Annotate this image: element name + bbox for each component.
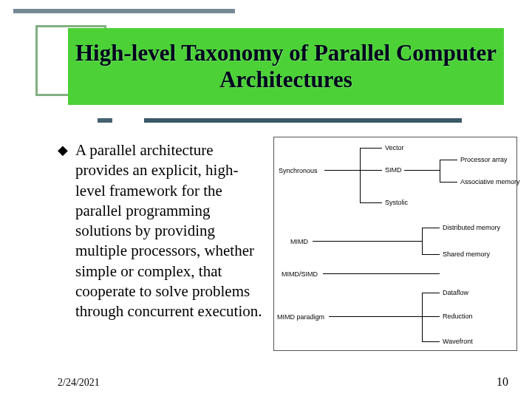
diagram-label-associative-memory: Associative memory (460, 178, 520, 185)
diagram-label-simd: SIMD (385, 166, 402, 174)
slide: High-level Taxonomy of Parallel Computer… (0, 0, 532, 399)
diagram-line (422, 254, 440, 255)
diagram-line (360, 148, 361, 202)
taxonomy-diagram: Synchronous Vector SIMD Systolic Process… (273, 137, 517, 351)
diagram-line (422, 341, 440, 342)
diagram-line (422, 228, 423, 254)
decor-rule-under (144, 118, 462, 123)
diagram-label-mimd: MIMD (290, 238, 308, 245)
body-area: ◆ A parallel architecture provides an ex… (58, 140, 265, 322)
footer-date: 2/24/2021 (58, 377, 100, 389)
diagram-line (422, 228, 440, 228)
diagram-line (422, 316, 440, 317)
diagram-label-mimd-paradigm: MIMD paradigm (277, 313, 324, 321)
diagram-label-distributed-memory: Distributed memory (443, 224, 500, 231)
bullet-text: A parallel architecture provides an expl… (75, 140, 265, 322)
diagram-line (440, 182, 457, 183)
title-band: High-level Taxonomy of Parallel Computer… (68, 28, 504, 105)
diagram-line (422, 293, 440, 293)
diagram-label-reduction: Reduction (443, 313, 473, 320)
diagram-label-shared-memory: Shared memory (443, 250, 490, 258)
decor-rule-small (98, 118, 112, 123)
diagram-line (324, 170, 360, 171)
diagram-label-dataflow: Dataflow (443, 289, 468, 296)
bullet-row: ◆ A parallel architecture provides an ex… (58, 140, 265, 322)
diagram-line (360, 148, 382, 149)
diagram-label-systolic: Systolic (385, 199, 408, 206)
diagram-line (360, 202, 382, 203)
diagram-label-synchronous: Synchronous (279, 167, 318, 174)
bullet-glyph-icon: ◆ (58, 140, 68, 160)
decor-rule-top (13, 9, 235, 13)
diagram-line (360, 170, 382, 171)
diagram-label-mimd-simd: MIMD/SIMD (282, 270, 318, 278)
diagram-line (329, 316, 422, 317)
footer-page-number: 10 (497, 375, 508, 389)
diagram-line (323, 273, 440, 274)
diagram-label-wavefront: Wavefront (443, 338, 473, 345)
slide-title: High-level Taxonomy of Parallel Computer… (72, 40, 499, 92)
diagram-line (422, 293, 423, 341)
diagram-line (440, 160, 457, 160)
diagram-line (440, 160, 440, 182)
diagram-line (313, 241, 422, 242)
diagram-line (404, 170, 440, 171)
diagram-label-processor-array: Processor array (460, 156, 508, 163)
diagram-label-vector: Vector (385, 144, 404, 151)
